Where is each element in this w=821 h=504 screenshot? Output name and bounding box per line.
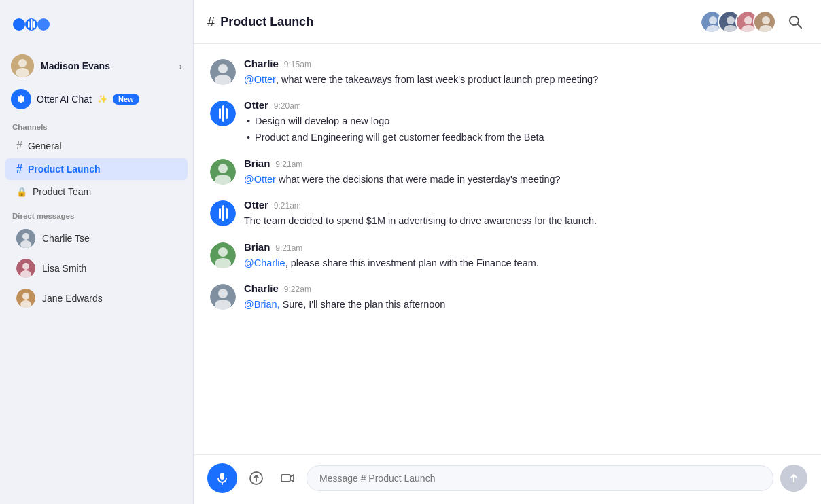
svg-rect-4 — [33, 21, 35, 28]
svg-point-7 — [18, 59, 27, 67]
msg-sender-charlie-2: Charlie — [244, 283, 279, 294]
otter-ai-icon — [11, 89, 31, 109]
channel-item-general[interactable]: # General — [5, 135, 188, 157]
msg-time-5: 9:21am — [275, 243, 302, 253]
svg-line-35 — [798, 24, 802, 29]
svg-point-26 — [727, 16, 735, 24]
dm-label-jane-edwards: Jane Edwards — [42, 293, 103, 304]
msg-sender-charlie-1: Charlie — [244, 58, 279, 69]
svg-rect-10 — [18, 96, 20, 102]
input-bar — [194, 454, 821, 504]
msg-time-2: 9:20am — [274, 101, 301, 111]
message-input[interactable] — [307, 465, 773, 491]
svg-point-54 — [218, 289, 228, 298]
svg-rect-3 — [31, 19, 33, 30]
dm-label-lisa-smith: Lisa Smith — [42, 263, 86, 274]
msg-avatar-charlie-2 — [210, 284, 236, 310]
msg-sender-otter-1: Otter — [244, 99, 268, 111]
profile-name: Madison Evans — [41, 60, 173, 71]
send-button[interactable] — [780, 465, 807, 492]
channel-item-product-launch[interactable]: # Product Launch — [5, 158, 188, 180]
msg-time-3: 9:21am — [275, 160, 302, 169]
dm-item-lisa-smith[interactable]: Lisa Smith — [5, 254, 188, 283]
mic-button[interactable] — [207, 463, 237, 493]
msg-avatar-brian-1 — [210, 159, 236, 185]
video-button[interactable] — [275, 466, 300, 490]
otter-ai-label: Otter AI Chat — [37, 94, 92, 105]
svg-rect-49 — [226, 208, 228, 219]
dm-avatar-jane-edwards — [16, 289, 35, 308]
msg-header-5: Brian 9:21am — [244, 241, 805, 253]
svg-point-23 — [709, 16, 717, 24]
msg-avatar-brian-2 — [210, 242, 236, 268]
header-right — [700, 10, 807, 34]
search-button[interactable] — [783, 10, 807, 34]
msg-header-1: Charlie 9:15am — [244, 58, 805, 69]
channel-title: Product Launch — [220, 15, 313, 29]
hash-icon-product-launch: # — [16, 163, 22, 175]
svg-point-17 — [22, 263, 29, 270]
svg-point-32 — [762, 16, 770, 24]
new-badge: New — [113, 94, 139, 105]
msg-content-6: Charlie 9:22am @Brian, Sure, I'll share … — [244, 283, 805, 312]
msg-sender-brian-2: Brian — [244, 241, 270, 253]
dm-avatar-charlie-tse — [16, 229, 35, 248]
dm-item-jane-edwards[interactable]: Jane Edwards — [5, 284, 188, 312]
msg-body-1: , what were the takeaways from last week… — [276, 74, 598, 85]
dm-item-charlie-tse[interactable]: Charlie Tse — [5, 224, 188, 253]
svg-point-29 — [744, 16, 752, 24]
header-avatar-4 — [753, 10, 776, 33]
channel-label-product-team: Product Team — [33, 186, 91, 197]
msg-header-6: Charlie 9:22am — [244, 283, 805, 294]
channel-item-product-team[interactable]: 🔒 Product Team — [5, 181, 188, 202]
msg-avatar-otter-1 — [210, 101, 236, 126]
profile-avatar — [11, 54, 34, 77]
msg-list-2: Design will develop a new logo Product a… — [244, 113, 805, 145]
msg-sender-otter-2: Otter — [244, 199, 268, 211]
sidebar: Madison Evans › Otter AI Chat ✨ New Chan… — [0, 0, 194, 504]
svg-point-20 — [22, 293, 29, 300]
channels-section-label: Channels — [0, 116, 193, 134]
dm-section-label: Direct messages — [0, 205, 193, 223]
avatar-stack — [700, 10, 776, 33]
dm-label-charlie-tse: Charlie Tse — [42, 233, 90, 244]
msg-header-3: Brian 9:21am — [244, 158, 805, 169]
msg-text-6: @Brian, Sure, I'll share the plan this a… — [244, 297, 805, 312]
msg-text-4: The team decided to spend $1M in adverti… — [244, 213, 805, 228]
lock-icon: 🔒 — [16, 187, 27, 197]
msg-content-3: Brian 9:21am @Otter what were the decisi… — [244, 158, 805, 187]
msg-list-item-2: Product and Engineering will get custome… — [244, 130, 805, 145]
mention-otter-1: @Otter — [244, 74, 276, 85]
svg-rect-48 — [222, 205, 224, 221]
mention-charlie-1: @Charlie — [244, 257, 285, 268]
hash-icon-general: # — [16, 140, 22, 152]
main-header: # Product Launch — [194, 0, 821, 44]
upload-button[interactable] — [244, 466, 268, 490]
msg-content-2: Otter 9:20am Design will develop a new l… — [244, 99, 805, 145]
channel-label-general: General — [28, 141, 62, 151]
svg-rect-2 — [28, 21, 30, 28]
msg-body-6: Sure, I'll share the plan this afternoon — [280, 299, 446, 310]
msg-text-1: @Otter, what were the takeaways from las… — [244, 72, 805, 87]
svg-rect-11 — [20, 95, 22, 103]
svg-rect-42 — [226, 108, 228, 119]
svg-rect-40 — [219, 108, 221, 119]
msg-content-5: Brian 9:21am @Charlie, please share this… — [244, 241, 805, 270]
msg-time-1: 9:15am — [284, 60, 311, 69]
header-left: # Product Launch — [207, 14, 313, 30]
svg-point-44 — [218, 164, 228, 173]
profile-row[interactable]: Madison Evans › — [0, 49, 193, 84]
msg-sender-brian-1: Brian — [244, 158, 270, 169]
svg-rect-12 — [22, 96, 24, 102]
msg-text-5: @Charlie, please share this investment p… — [244, 255, 805, 270]
svg-point-0 — [13, 18, 25, 31]
svg-point-51 — [218, 247, 228, 257]
svg-rect-47 — [219, 208, 221, 219]
svg-point-37 — [218, 64, 228, 73]
channel-label-product-launch: Product Launch — [28, 164, 101, 175]
svg-point-14 — [22, 233, 29, 240]
message-group-6: Charlie 9:22am @Brian, Sure, I'll share … — [210, 283, 805, 312]
otter-ai-chat-row[interactable]: Otter AI Chat ✨ New — [0, 84, 193, 116]
svg-point-5 — [37, 18, 50, 31]
svg-point-8 — [16, 68, 29, 77]
